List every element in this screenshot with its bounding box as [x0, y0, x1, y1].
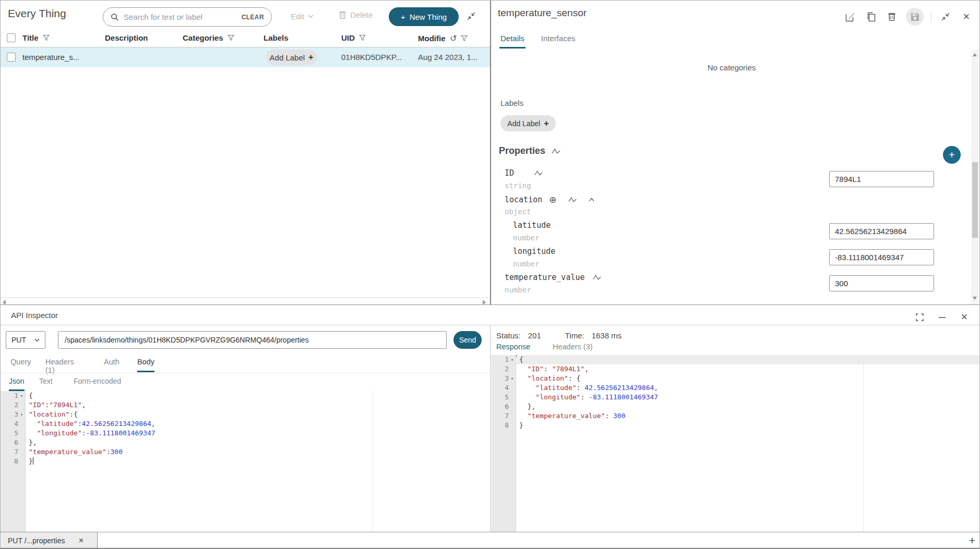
request-body-editor[interactable]: 1▾23▾45678 {"ID":"7894L1","location":{ "…	[1, 391, 490, 532]
edit-button[interactable]: Edit	[291, 12, 314, 21]
line-number[interactable]: 2	[1, 400, 25, 410]
line-number[interactable]: 3▾	[491, 374, 516, 383]
code-line[interactable]: "latitude": 42.56256213429864,	[517, 383, 980, 393]
code-line[interactable]: }	[26, 457, 490, 466]
line-number[interactable]: 3▾	[1, 410, 25, 419]
row-checkbox[interactable]	[7, 53, 16, 62]
tab-json[interactable]: Json	[9, 377, 25, 391]
fold-arrow-icon[interactable]: ▾	[509, 355, 516, 364]
scroll-up-arrow[interactable]	[973, 53, 977, 56]
tab-details[interactable]: Details	[499, 32, 525, 48]
edit-icon[interactable]	[843, 10, 857, 23]
tab-response-headers[interactable]: Headers (3)	[551, 343, 595, 355]
add-property-button[interactable]: +	[943, 146, 961, 164]
line-number[interactable]: 4	[1, 419, 25, 429]
inspector-divider[interactable]	[490, 325, 491, 532]
tab-auth[interactable]: Auth	[104, 358, 119, 371]
code-line[interactable]: "longitude": -83.1118001469347	[517, 393, 980, 402]
editor-gutter[interactable]: 1▾23▾45678	[491, 355, 516, 532]
line-number[interactable]: 5	[491, 393, 516, 402]
method-select[interactable]: PUT	[6, 331, 45, 349]
tab-body[interactable]: Body	[137, 358, 154, 372]
tab-response[interactable]: Response	[494, 343, 532, 357]
minimize-icon[interactable]	[935, 310, 949, 324]
close-icon[interactable]: ×	[960, 10, 973, 23]
line-number[interactable]: 1▾	[1, 391, 25, 400]
fold-arrow-icon[interactable]: ▾	[509, 374, 516, 383]
line-number[interactable]: 5	[1, 429, 25, 438]
search-clear-button[interactable]: CLEAR	[242, 14, 264, 21]
new-thing-button[interactable]: + New Thing	[389, 7, 459, 26]
editor-code-area[interactable]: {"ID":"7894L1","location":{ "latitude":4…	[26, 391, 490, 532]
delete-button[interactable]: Delete	[339, 10, 373, 19]
fold-arrow-icon[interactable]: ▾	[18, 391, 25, 400]
select-all-checkbox[interactable]	[7, 33, 16, 42]
table-row[interactable]: temperature_s... Add Label + 01H8KD5DPKP…	[1, 47, 490, 67]
filter-icon[interactable]	[228, 34, 234, 41]
code-line[interactable]: "latitude":42.56256213429864,	[26, 419, 490, 429]
collapse-panel-icon[interactable]	[467, 12, 476, 20]
fullscreen-icon[interactable]	[913, 310, 926, 324]
line-number[interactable]: 8	[491, 421, 516, 430]
wave-icon[interactable]	[552, 148, 561, 154]
refresh-icon[interactable]: ↺	[450, 33, 457, 43]
tab-text[interactable]: Text	[39, 377, 53, 389]
code-line[interactable]: "longitude":-83.1118001469347	[26, 429, 490, 438]
close-tab-icon[interactable]: ×	[78, 535, 83, 546]
add-subproperty-icon[interactable]: ⊕	[549, 194, 556, 205]
duplicate-icon[interactable]	[864, 10, 878, 23]
line-number[interactable]: 1▾	[491, 355, 516, 364]
scrollbar-thumb[interactable]	[972, 162, 978, 238]
wave-icon[interactable]	[568, 197, 577, 203]
wave-icon[interactable]	[593, 274, 602, 280]
close-icon[interactable]: ×	[958, 310, 971, 324]
filter-icon[interactable]	[461, 35, 468, 42]
collapse-panel-icon[interactable]	[939, 10, 952, 23]
line-number[interactable]: 8	[1, 457, 25, 466]
editor-code-area[interactable]: { "ID": "7894L1", "location": { "latitud…	[517, 355, 980, 532]
line-number[interactable]: 7	[491, 411, 516, 421]
vertical-scrollbar[interactable]	[971, 50, 979, 304]
code-line[interactable]: }	[517, 421, 980, 430]
send-button[interactable]: Send	[453, 331, 482, 349]
property-value-longitude[interactable]	[829, 249, 934, 265]
line-number[interactable]: 7	[1, 447, 25, 457]
code-line[interactable]: "location":{	[26, 410, 490, 419]
add-label-button[interactable]: Add Label +	[500, 115, 556, 131]
code-line[interactable]: "location": {	[517, 374, 980, 383]
request-url-input[interactable]	[58, 331, 447, 349]
save-icon[interactable]	[906, 8, 924, 26]
code-line[interactable]: {	[517, 355, 980, 364]
trash-icon[interactable]	[885, 10, 899, 23]
editor-gutter[interactable]: 1▾23▾45678	[1, 391, 26, 532]
request-tab[interactable]: PUT /...properties ×	[1, 532, 98, 549]
code-line[interactable]: "ID": "7894L1",	[517, 364, 980, 374]
search-input[interactable]	[124, 13, 237, 21]
line-number[interactable]: 6	[1, 438, 25, 447]
response-body-editor[interactable]: 1▾23▾45678 { "ID": "7894L1", "location":…	[491, 355, 980, 532]
line-number[interactable]: 4	[491, 383, 516, 393]
code-line[interactable]: "temperature_value": 300	[517, 411, 980, 421]
tab-form-encoded[interactable]: Form-encoded	[74, 377, 121, 389]
wave-icon[interactable]	[534, 170, 543, 176]
property-value-latitude[interactable]	[829, 223, 934, 239]
filter-icon[interactable]	[359, 34, 366, 41]
property-value-temperature[interactable]	[829, 275, 934, 291]
code-line[interactable]: "ID":"7894L1",	[26, 400, 490, 410]
line-number[interactable]: 6	[491, 402, 516, 411]
line-number[interactable]: 2	[491, 364, 516, 374]
code-line[interactable]: {	[26, 391, 490, 400]
fold-arrow-icon[interactable]: ▾	[18, 410, 25, 419]
code-line[interactable]: },	[517, 402, 980, 411]
property-value-id[interactable]	[829, 171, 934, 187]
add-label-button[interactable]: Add Label +	[266, 50, 317, 65]
tab-interfaces[interactable]: Interfaces	[540, 32, 577, 48]
horizontal-scrollbar[interactable]	[1, 297, 490, 304]
code-line[interactable]: },	[26, 438, 490, 447]
code-line[interactable]: "temperature_value":300	[26, 447, 490, 457]
tab-query[interactable]: Query	[10, 358, 31, 371]
scroll-down-arrow[interactable]	[973, 297, 977, 300]
filter-icon[interactable]	[43, 34, 50, 41]
collapse-property-icon[interactable]	[589, 198, 594, 202]
new-request-tab-button[interactable]: +	[969, 534, 975, 547]
